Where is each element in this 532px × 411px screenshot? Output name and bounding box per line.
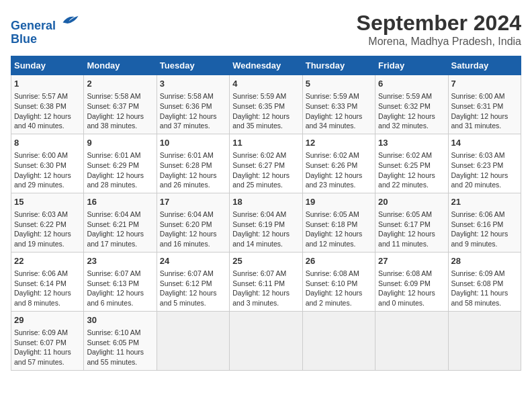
daylight-text: Daylight: 12 hours and 17 minutes. xyxy=(87,230,144,248)
sunrise-text: Sunrise: 6:03 AM xyxy=(14,210,68,218)
table-row: 21Sunrise: 6:06 AMSunset: 6:16 PMDayligh… xyxy=(448,193,521,252)
sunset-text: Sunset: 6:37 PM xyxy=(87,102,139,110)
sunrise-text: Sunrise: 6:06 AM xyxy=(451,210,505,218)
sunset-text: Sunset: 6:27 PM xyxy=(232,161,285,169)
sunset-text: Sunset: 6:05 PM xyxy=(87,338,139,347)
table-row: 4Sunrise: 5:59 AMSunset: 6:35 PMDaylight… xyxy=(230,75,302,134)
table-row: 24Sunrise: 6:07 AMSunset: 6:12 PMDayligh… xyxy=(157,252,229,311)
sunset-text: Sunset: 6:10 PM xyxy=(306,279,358,287)
sunset-text: Sunset: 6:17 PM xyxy=(378,220,431,228)
sunrise-text: Sunrise: 5:59 AM xyxy=(306,92,359,100)
table-row: 16Sunrise: 6:04 AMSunset: 6:21 PMDayligh… xyxy=(84,193,157,252)
daylight-text: Daylight: 12 hours and 6 minutes. xyxy=(87,289,144,307)
sunset-text: Sunset: 6:16 PM xyxy=(451,220,504,228)
day-number: 13 xyxy=(378,137,445,149)
sunset-text: Sunset: 6:13 PM xyxy=(87,279,139,287)
sunset-text: Sunset: 6:19 PM xyxy=(232,220,285,228)
table-row xyxy=(157,311,229,370)
day-number: 6 xyxy=(378,78,445,90)
sunrise-text: Sunrise: 6:02 AM xyxy=(232,151,286,159)
sunrise-text: Sunrise: 6:01 AM xyxy=(87,151,140,159)
sunset-text: Sunset: 6:33 PM xyxy=(306,102,358,110)
daylight-text: Daylight: 12 hours and 26 minutes. xyxy=(160,171,217,189)
table-row: 25Sunrise: 6:07 AMSunset: 6:11 PMDayligh… xyxy=(230,252,302,311)
col-friday: Friday xyxy=(375,56,448,75)
daylight-text: Daylight: 12 hours and 35 minutes. xyxy=(232,112,290,130)
sunset-text: Sunset: 6:31 PM xyxy=(451,102,504,110)
table-row: 8Sunrise: 6:00 AMSunset: 6:30 PMDaylight… xyxy=(11,134,84,193)
sunrise-text: Sunrise: 6:04 AM xyxy=(160,210,214,218)
sunrise-text: Sunrise: 5:59 AM xyxy=(378,92,432,100)
day-number: 7 xyxy=(451,78,518,90)
daylight-text: Daylight: 12 hours and 3 minutes. xyxy=(232,289,290,307)
sunset-text: Sunset: 6:21 PM xyxy=(87,220,139,228)
sunset-text: Sunset: 6:36 PM xyxy=(160,102,212,110)
table-row: 3Sunrise: 5:58 AMSunset: 6:36 PMDaylight… xyxy=(157,75,229,134)
sunset-text: Sunset: 6:30 PM xyxy=(14,161,66,169)
calendar-week-row: 29Sunrise: 6:09 AMSunset: 6:07 PMDayligh… xyxy=(11,311,521,370)
table-row: 30Sunrise: 6:10 AMSunset: 6:05 PMDayligh… xyxy=(84,311,157,370)
table-row: 14Sunrise: 6:03 AMSunset: 6:23 PMDayligh… xyxy=(448,134,521,193)
calendar-header-row: Sunday Monday Tuesday Wednesday Thursday… xyxy=(11,56,521,75)
daylight-text: Daylight: 12 hours and 14 minutes. xyxy=(232,230,290,248)
sunset-text: Sunset: 6:18 PM xyxy=(306,220,358,228)
sunset-text: Sunset: 6:29 PM xyxy=(87,161,139,169)
day-number: 9 xyxy=(87,137,153,149)
day-number: 27 xyxy=(378,255,445,267)
calendar-week-row: 22Sunrise: 6:06 AMSunset: 6:14 PMDayligh… xyxy=(11,252,521,311)
table-row: 19Sunrise: 6:05 AMSunset: 6:18 PMDayligh… xyxy=(302,193,375,252)
daylight-text: Daylight: 12 hours and 16 minutes. xyxy=(160,230,217,248)
day-number: 19 xyxy=(306,196,372,208)
daylight-text: Daylight: 12 hours and 32 minutes. xyxy=(378,112,435,130)
calendar-table: Sunday Monday Tuesday Wednesday Thursday… xyxy=(11,56,521,371)
day-number: 2 xyxy=(87,78,153,90)
logo-text: General Blue xyxy=(11,11,79,46)
daylight-text: Daylight: 11 hours and 55 minutes. xyxy=(87,348,144,366)
sunrise-text: Sunrise: 6:02 AM xyxy=(306,151,359,159)
daylight-text: Daylight: 12 hours and 20 minutes. xyxy=(451,171,508,189)
table-row: 2Sunrise: 5:58 AMSunset: 6:37 PMDaylight… xyxy=(84,75,157,134)
sunrise-text: Sunrise: 6:00 AM xyxy=(451,92,505,100)
daylight-text: Daylight: 12 hours and 40 minutes. xyxy=(14,112,71,130)
sunrise-text: Sunrise: 5:58 AM xyxy=(87,92,140,100)
col-saturday: Saturday xyxy=(448,56,521,75)
day-number: 25 xyxy=(232,255,299,267)
sunrise-text: Sunrise: 6:04 AM xyxy=(232,210,286,218)
sunrise-text: Sunrise: 6:01 AM xyxy=(160,151,214,159)
table-row: 7Sunrise: 6:00 AMSunset: 6:31 PMDaylight… xyxy=(448,75,521,134)
daylight-text: Daylight: 12 hours and 11 minutes. xyxy=(378,230,435,248)
table-row: 9Sunrise: 6:01 AMSunset: 6:29 PMDaylight… xyxy=(84,134,157,193)
table-row: 12Sunrise: 6:02 AMSunset: 6:26 PMDayligh… xyxy=(302,134,375,193)
table-row: 13Sunrise: 6:02 AMSunset: 6:25 PMDayligh… xyxy=(375,134,448,193)
daylight-text: Daylight: 12 hours and 29 minutes. xyxy=(14,171,71,189)
day-number: 29 xyxy=(14,314,81,326)
calendar-week-row: 1Sunrise: 5:57 AMSunset: 6:38 PMDaylight… xyxy=(11,75,521,134)
day-number: 12 xyxy=(306,137,372,149)
daylight-text: Daylight: 12 hours and 23 minutes. xyxy=(306,171,363,189)
day-number: 8 xyxy=(14,137,81,149)
table-row: 17Sunrise: 6:04 AMSunset: 6:20 PMDayligh… xyxy=(157,193,229,252)
table-row: 22Sunrise: 6:06 AMSunset: 6:14 PMDayligh… xyxy=(11,252,84,311)
calendar-week-row: 15Sunrise: 6:03 AMSunset: 6:22 PMDayligh… xyxy=(11,193,521,252)
table-row: 1Sunrise: 5:57 AMSunset: 6:38 PMDaylight… xyxy=(11,75,84,134)
sunrise-text: Sunrise: 6:03 AM xyxy=(451,151,505,159)
day-number: 17 xyxy=(160,196,226,208)
day-number: 23 xyxy=(87,255,153,267)
sunset-text: Sunset: 6:12 PM xyxy=(160,279,212,287)
col-thursday: Thursday xyxy=(302,56,375,75)
sunrise-text: Sunrise: 6:07 AM xyxy=(160,269,214,277)
daylight-text: Daylight: 12 hours and 8 minutes. xyxy=(14,289,71,307)
table-row xyxy=(302,311,375,370)
day-number: 24 xyxy=(160,255,226,267)
table-row: 23Sunrise: 6:07 AMSunset: 6:13 PMDayligh… xyxy=(84,252,157,311)
sunset-text: Sunset: 6:35 PM xyxy=(232,102,285,110)
table-row: 20Sunrise: 6:05 AMSunset: 6:17 PMDayligh… xyxy=(375,193,448,252)
daylight-text: Daylight: 12 hours and 28 minutes. xyxy=(87,171,144,189)
table-row: 11Sunrise: 6:02 AMSunset: 6:27 PMDayligh… xyxy=(230,134,302,193)
sunrise-text: Sunrise: 6:09 AM xyxy=(14,328,68,336)
daylight-text: Daylight: 12 hours and 22 minutes. xyxy=(378,171,435,189)
sunrise-text: Sunrise: 6:02 AM xyxy=(378,151,432,159)
subtitle: Morena, Madhya Pradesh, India xyxy=(357,36,521,48)
sunset-text: Sunset: 6:22 PM xyxy=(14,220,66,228)
sunrise-text: Sunrise: 6:05 AM xyxy=(306,210,359,218)
